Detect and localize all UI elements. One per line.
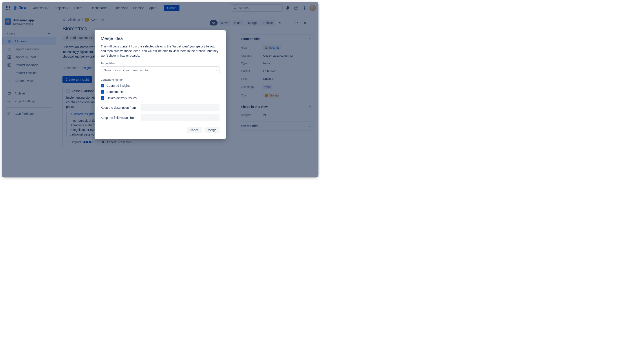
modal-overlay[interactable]: Merge idea This will copy content from t… <box>2 2 318 178</box>
check-attachments[interactable]: Attachments <box>101 89 220 95</box>
keep-description-select[interactable] <box>141 104 220 111</box>
merge-confirm-button[interactable]: Merge <box>204 127 220 133</box>
chevron-down-icon <box>214 69 217 71</box>
check-linked-issues[interactable]: Linked delivery issues <box>101 95 220 101</box>
target-idea-select[interactable]: Search for an idea to merge into <box>101 66 220 74</box>
modal-description: This will copy content from the selected… <box>101 44 220 58</box>
target-idea-label: Target idea <box>101 62 220 65</box>
content-to-merge-label: Content to merge <box>101 78 220 81</box>
merge-idea-modal: Merge idea This will copy content from t… <box>94 30 226 139</box>
checkbox-checked-icon[interactable] <box>101 96 104 100</box>
keep-field-values-select[interactable] <box>141 114 220 121</box>
cancel-button[interactable]: Cancel <box>187 127 202 133</box>
chevron-down-icon <box>215 106 217 109</box>
checkbox-checked-icon[interactable] <box>101 84 104 87</box>
checkbox-checked-icon[interactable] <box>101 90 104 94</box>
keep-description-label: Keep the description from <box>101 106 138 109</box>
check-captured-insights[interactable]: Captured insights <box>101 83 220 89</box>
keep-field-values-label: Keep the field values from <box>101 116 138 120</box>
chevron-down-icon <box>215 116 217 119</box>
modal-title: Merge idea <box>101 36 220 41</box>
